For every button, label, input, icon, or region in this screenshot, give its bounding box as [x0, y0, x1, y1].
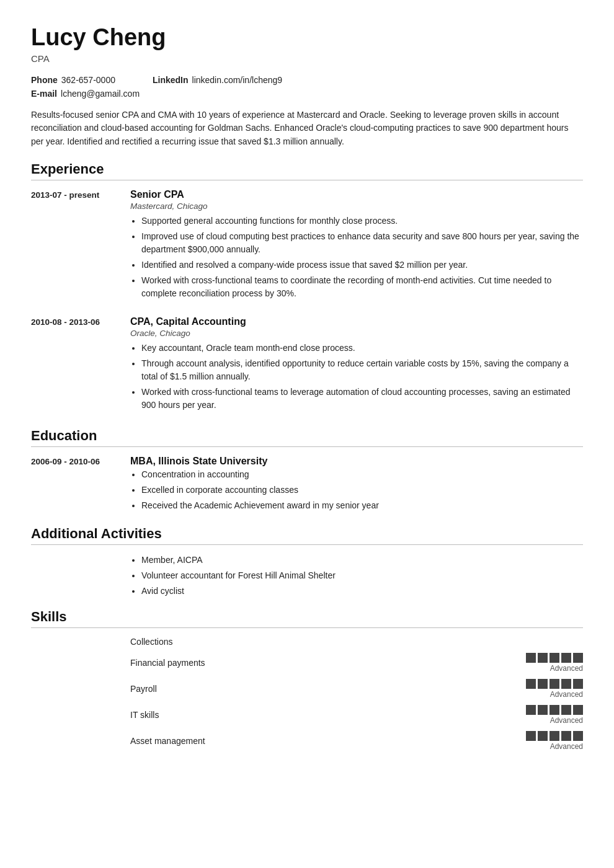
- contact-row-2: E-mail lcheng@gamail.com: [31, 89, 583, 99]
- skill-name: Financial payments: [130, 658, 526, 668]
- job-bullets: Key accountant, Oracle team month-end cl…: [130, 342, 583, 412]
- education-divider: [31, 446, 583, 447]
- skill-rating: Advanced: [526, 679, 583, 699]
- job-title: Senior CPA: [130, 189, 583, 200]
- linkedin-value: linkedin.com/in/lcheng9: [192, 75, 283, 85]
- education-container: 2006-09 - 2010-06MBA, Illinois State Uni…: [31, 456, 583, 515]
- skill-dot: [561, 679, 571, 689]
- education-item: 2006-09 - 2010-06MBA, Illinois State Uni…: [31, 456, 583, 515]
- skill-dot: [549, 679, 559, 689]
- skills-block: CollectionsFinancial paymentsAdvancedPay…: [31, 637, 583, 751]
- skill-dots: [526, 705, 583, 715]
- skill-row: Asset managementAdvanced: [130, 731, 583, 751]
- education-section-title: Education: [31, 428, 583, 444]
- bullet-item: Worked with cross-functional teams to le…: [141, 386, 583, 412]
- experience-details: CPA, Capital AccountingOracle, ChicagoKe…: [130, 316, 583, 414]
- skill-dot: [538, 679, 548, 689]
- bullet-item: Identified and resolved a company-wide p…: [141, 259, 583, 272]
- bullet-item: Received the Academic Achievement award …: [141, 499, 583, 512]
- linkedin-contact: LinkedIn linkedin.com/in/lcheng9: [153, 75, 282, 85]
- activities-divider: [31, 544, 583, 545]
- job-title: CPA, Capital Accounting: [130, 316, 583, 327]
- skill-dot: [561, 705, 571, 715]
- degree-title: MBA, Illinois State University: [130, 456, 583, 467]
- skill-dot: [561, 653, 571, 663]
- experience-details: Senior CPAMastercard, ChicagoSupported g…: [130, 189, 583, 303]
- skill-dots: [526, 653, 583, 663]
- company-location: Oracle, Chicago: [130, 329, 583, 338]
- skill-dot: [538, 705, 548, 715]
- skill-dot: [538, 731, 548, 741]
- experience-container: 2013-07 - presentSenior CPAMastercard, C…: [31, 189, 583, 414]
- experience-divider: [31, 180, 583, 180]
- bullet-item: Improved use of cloud computing best pra…: [141, 230, 583, 256]
- email-contact: E-mail lcheng@gamail.com: [31, 89, 140, 99]
- skills-section-title: Skills: [31, 609, 583, 625]
- skill-level: Advanced: [550, 664, 583, 673]
- bullet-item: Worked with cross-functional teams to co…: [141, 274, 583, 300]
- skill-dot: [573, 679, 583, 689]
- activities-section-title: Additional Activities: [31, 526, 583, 542]
- skill-level: Advanced: [550, 716, 583, 725]
- contact-row-1: Phone 362-657-0000 LinkedIn linkedin.com…: [31, 75, 583, 85]
- skill-dot: [573, 705, 583, 715]
- education-details: MBA, Illinois State UniversityConcentrat…: [130, 456, 583, 515]
- skill-dot: [538, 653, 548, 663]
- experience-item: 2013-07 - presentSenior CPAMastercard, C…: [31, 189, 583, 303]
- bullet-item: Key accountant, Oracle team month-end cl…: [141, 342, 583, 355]
- skill-dot: [549, 705, 559, 715]
- skill-level: Advanced: [550, 690, 583, 699]
- bullet-item: Excelled in corporate accounting classes: [141, 484, 583, 497]
- experience-section-title: Experience: [31, 161, 583, 177]
- skill-dot: [526, 653, 536, 663]
- experience-dates: 2013-07 - present: [31, 189, 130, 303]
- skill-name: IT skills: [130, 710, 526, 720]
- skill-dot: [526, 731, 536, 741]
- job-bullets: Supported general accounting functions f…: [130, 215, 583, 300]
- email-value: lcheng@gamail.com: [61, 89, 140, 99]
- company-location: Mastercard, Chicago: [130, 202, 583, 211]
- skill-dot: [573, 653, 583, 663]
- skill-dot: [561, 731, 571, 741]
- education-bullets: Concentration in accountingExcelled in c…: [130, 468, 583, 512]
- activities-list: Member, AICPAVolunteer accountant for Fo…: [130, 554, 583, 598]
- phone-value: 362-657-0000: [61, 75, 115, 85]
- skill-level: Advanced: [550, 742, 583, 751]
- candidate-title: CPA: [31, 53, 583, 64]
- bullet-item: Through account analysis, identified opp…: [141, 357, 583, 383]
- skill-row: Financial paymentsAdvanced: [130, 653, 583, 673]
- skill-name: Payroll: [130, 684, 526, 694]
- email-label: E-mail: [31, 89, 57, 99]
- skill-name: Collections: [130, 637, 583, 647]
- skills-divider: [31, 627, 583, 628]
- bullet-item: Concentration in accounting: [141, 468, 583, 481]
- skill-rating: Advanced: [526, 705, 583, 725]
- skills-container: CollectionsFinancial paymentsAdvancedPay…: [130, 637, 583, 751]
- activity-item: Volunteer accountant for Forest Hill Ani…: [141, 569, 583, 582]
- skill-row: Collections: [130, 637, 583, 647]
- activity-item: Member, AICPA: [141, 554, 583, 567]
- experience-dates: 2010-08 - 2013-06: [31, 316, 130, 414]
- skill-rating: Advanced: [526, 653, 583, 673]
- skill-name: Asset management: [130, 736, 526, 746]
- skill-dot: [526, 679, 536, 689]
- experience-item: 2010-08 - 2013-06CPA, Capital Accounting…: [31, 316, 583, 414]
- linkedin-label: LinkedIn: [153, 75, 189, 85]
- skill-dots: [526, 731, 583, 741]
- activities-block: Member, AICPAVolunteer accountant for Fo…: [31, 554, 583, 598]
- bullet-item: Supported general accounting functions f…: [141, 215, 583, 228]
- skill-dot: [573, 731, 583, 741]
- skill-rating: Advanced: [526, 731, 583, 751]
- skill-dot: [526, 705, 536, 715]
- education-dates: 2006-09 - 2010-06: [31, 456, 130, 515]
- summary-text: Results-focused senior CPA and CMA with …: [31, 108, 583, 149]
- candidate-name: Lucy Cheng: [31, 25, 583, 51]
- activity-item: Avid cyclist: [141, 585, 583, 598]
- skill-dot: [549, 653, 559, 663]
- phone-label: Phone: [31, 75, 58, 85]
- skill-row: IT skillsAdvanced: [130, 705, 583, 725]
- phone-contact: Phone 362-657-0000: [31, 75, 115, 85]
- skill-dots: [526, 679, 583, 689]
- skill-row: PayrollAdvanced: [130, 679, 583, 699]
- skill-dot: [549, 731, 559, 741]
